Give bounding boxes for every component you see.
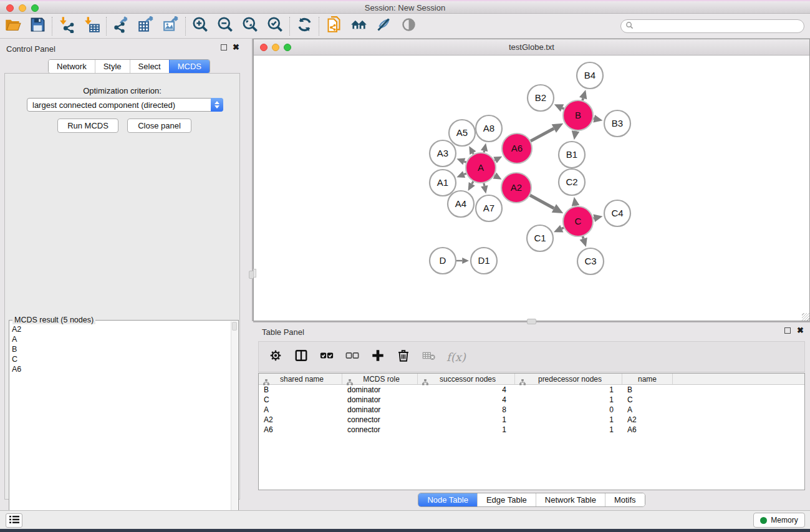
table-row[interactable]: Adominator80A — [259, 405, 804, 415]
function-builder-button[interactable]: f(x) — [446, 351, 466, 364]
tab-style[interactable]: Style — [95, 60, 130, 73]
graph-edge-A6-B[interactable] — [531, 128, 554, 141]
criterion-dropdown[interactable]: largest connected component (directed) — [27, 98, 223, 112]
export-table-button[interactable] — [133, 16, 158, 37]
close-panel-icon[interactable]: ✖ — [233, 44, 239, 51]
eye-button[interactable] — [396, 16, 421, 37]
table-row[interactable]: A6connector11A6 — [259, 425, 804, 435]
graph-edge-A-A1[interactable] — [464, 173, 466, 174]
table-cell[interactable]: dominator — [342, 385, 418, 395]
export-network-button[interactable] — [108, 16, 133, 37]
result-item[interactable]: C — [12, 354, 229, 364]
close-panel-button[interactable]: Close panel — [127, 118, 191, 133]
delete-column-button[interactable] — [395, 349, 412, 365]
select-all-button[interactable] — [319, 349, 335, 365]
close-table-panel-icon[interactable]: ✖ — [797, 327, 804, 334]
table-cell[interactable]: dominator — [342, 405, 418, 415]
table-cell[interactable]: 1 — [515, 385, 622, 395]
graph-edge-C-C3[interactable] — [582, 236, 583, 239]
result-item[interactable]: B — [12, 344, 229, 354]
result-item[interactable]: A — [12, 334, 229, 344]
import-network-button[interactable] — [54, 16, 79, 37]
delete-table-button[interactable] — [421, 349, 437, 365]
graph-edge-B-B2[interactable] — [562, 108, 564, 109]
zoom-selected-button[interactable] — [263, 16, 287, 37]
zoom-out-button[interactable] — [213, 16, 238, 37]
task-history-button[interactable] — [6, 513, 22, 528]
refresh-button[interactable] — [292, 16, 317, 37]
table-cell[interactable]: A2 — [259, 415, 342, 425]
column-header-MCDS-role[interactable]: MCDS role — [342, 374, 418, 384]
table-row[interactable]: Bdominator41B — [259, 385, 804, 395]
tab-network[interactable]: Network — [49, 60, 95, 73]
tab-motifs[interactable]: Motifs — [605, 493, 645, 506]
new-network-from-selection-button[interactable] — [321, 16, 346, 37]
column-header-name[interactable]: name — [622, 374, 673, 384]
table-cell[interactable]: 1 — [515, 425, 622, 435]
export-image-button[interactable] — [158, 16, 183, 37]
table-cell[interactable]: 1 — [515, 395, 622, 405]
network-canvas[interactable]: AA1A2A3A4A5A6A7A8BB1B2B3B4CC1C2C3C4DD1 — [254, 56, 809, 321]
table-cell[interactable]: A6 — [259, 425, 342, 435]
zoom-fit-button[interactable] — [238, 16, 263, 37]
graph-edge-A-A7[interactable] — [484, 183, 485, 186]
graph-node-label: A5 — [456, 127, 468, 138]
table-cell[interactable]: C — [259, 395, 342, 405]
graphics-details-button[interactable] — [371, 16, 396, 37]
deselect-all-button[interactable] — [344, 349, 360, 365]
float-table-panel-icon[interactable] — [784, 327, 791, 334]
table-cell[interactable]: dominator — [342, 395, 418, 405]
tab-node-table[interactable]: Node Table — [418, 493, 477, 506]
tab-network-table[interactable]: Network Table — [536, 493, 605, 506]
column-header-predecessor-nodes[interactable]: predecessor nodes — [515, 374, 622, 384]
table-row[interactable]: A2connector11A2 — [259, 415, 804, 425]
tab-select[interactable]: Select — [130, 60, 169, 73]
table-cell[interactable]: C — [622, 395, 673, 405]
table-cell[interactable]: B — [259, 385, 342, 395]
graph-edge-A-A8[interactable] — [484, 151, 485, 153]
table-cell[interactable]: connector — [342, 415, 418, 425]
graph-edge-A-A4[interactable] — [472, 181, 473, 184]
table-cell[interactable]: B — [622, 385, 673, 395]
column-header-shared-name[interactable]: shared name — [259, 374, 342, 384]
save-session-button[interactable] — [25, 16, 50, 37]
table-cell[interactable]: 0 — [515, 405, 622, 415]
window-resize-grip[interactable] — [802, 313, 809, 321]
table-cell[interactable]: 1 — [418, 415, 515, 425]
table-settings-button[interactable] — [268, 349, 284, 365]
table-cell[interactable]: 4 — [418, 395, 515, 405]
open-file-button[interactable] — [0, 16, 25, 37]
canvas-edge-handle[interactable] — [253, 269, 256, 278]
zoom-in-button[interactable] — [188, 16, 213, 37]
table-cell[interactable]: 4 — [418, 385, 515, 395]
result-scrollbar[interactable] — [231, 321, 238, 532]
table-cell[interactable]: connector — [342, 425, 418, 435]
result-item[interactable]: A6 — [12, 364, 229, 374]
graph-edge-C-C1[interactable] — [562, 228, 564, 228]
table-cell[interactable]: A2 — [622, 415, 673, 425]
float-panel-icon[interactable] — [221, 44, 227, 51]
column-header-successor-nodes[interactable]: successor nodes — [418, 374, 515, 384]
graph-edge-A-A6[interactable] — [494, 160, 495, 161]
run-mcds-button[interactable]: Run MCDS — [57, 118, 118, 133]
tab-mcds[interactable]: MCDS — [169, 60, 210, 73]
table-cell[interactable]: 1 — [418, 425, 515, 435]
graph-edge-A-A5[interactable] — [473, 153, 473, 154]
table-cell[interactable]: A — [622, 405, 673, 415]
graph-edge-B-B4[interactable] — [582, 99, 583, 100]
result-item[interactable]: A2 — [12, 324, 229, 334]
tab-edge-table[interactable]: Edge Table — [477, 493, 536, 506]
graph-edge-A2-C[interactable] — [530, 195, 554, 208]
add-column-button[interactable] — [370, 349, 386, 365]
table-cell[interactable]: A — [259, 405, 342, 415]
table-cell[interactable]: 8 — [418, 405, 515, 415]
search-input[interactable] — [620, 19, 804, 33]
houses-button[interactable] — [346, 16, 371, 37]
import-table-button[interactable] — [79, 16, 104, 37]
table-cell[interactable]: A6 — [622, 425, 673, 435]
table-row[interactable]: Cdominator41C — [259, 395, 804, 405]
table-cell[interactable]: 1 — [515, 415, 622, 425]
show-columns-button[interactable] — [293, 349, 309, 365]
memory-button[interactable]: Memory — [753, 513, 805, 528]
graph-edge-A-A3[interactable] — [464, 162, 466, 162]
